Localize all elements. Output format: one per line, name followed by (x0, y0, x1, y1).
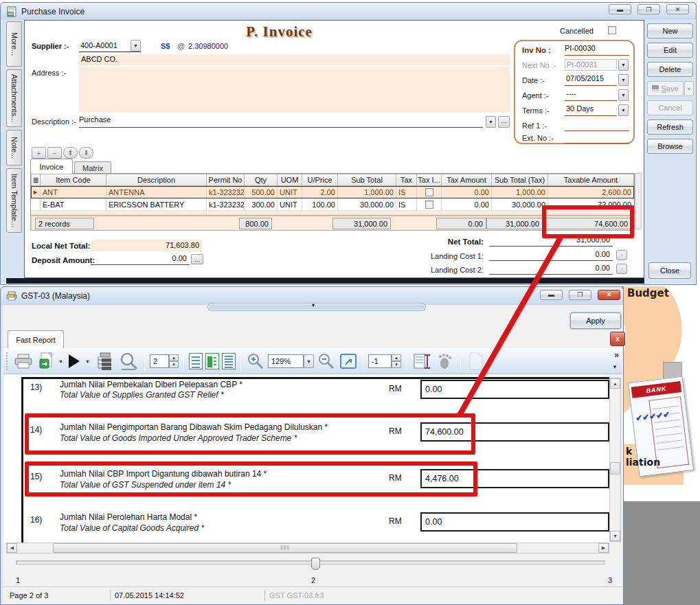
landing-cost-1-value[interactable]: 0.00 (489, 250, 613, 261)
gst-minimize-button[interactable]: ▬ (540, 290, 563, 300)
toolbar-grip[interactable] (6, 352, 9, 370)
terms-field[interactable]: 30 Days (565, 104, 617, 116)
gst-maximize-button[interactable]: ❐ (569, 290, 591, 300)
row-add-button[interactable]: + (32, 147, 46, 159)
report-viewport[interactable]: 13) Jumlah Nilai Pembekalan Diberi Pelep… (3, 374, 609, 543)
toolbar-overflow-icon[interactable]: » (614, 350, 619, 360)
horizontal-scroll-thumb[interactable]: ⦀⦀⦀ (53, 543, 517, 553)
cancelled-checkbox[interactable] (608, 26, 616, 34)
zoom-in-icon[interactable] (246, 350, 265, 372)
page-slider-thumb[interactable] (311, 558, 320, 570)
supplier-combo[interactable]: 400-A0001 ▼ (79, 39, 141, 52)
page-settings-icon[interactable] (411, 350, 432, 372)
edit-button[interactable]: Edit (647, 43, 693, 58)
close-button[interactable]: Close (648, 262, 691, 279)
deposit-more-icon[interactable]: ... (191, 254, 203, 264)
sidebar-tab-attachments[interactable]: Attachments... (6, 69, 22, 127)
scroll-left-icon[interactable]: ◀ (7, 543, 17, 553)
page-spin-down-icon[interactable]: ▼ (169, 361, 179, 368)
vertical-scroll-thumb[interactable] (610, 462, 620, 475)
invoice-maximize-button[interactable]: ❐ (637, 4, 660, 14)
tax-inclusive-checkbox[interactable] (425, 201, 433, 209)
find-icon[interactable] (117, 350, 139, 372)
ext-no-field[interactable] (565, 132, 629, 144)
sidebar-tab-more[interactable]: More... (6, 21, 22, 67)
currency-code: S$ (161, 42, 170, 50)
row-down-button[interactable]: ⬇ (79, 147, 93, 159)
new-button[interactable]: New (647, 23, 693, 38)
description-label: Description :- (32, 117, 76, 126)
supplier-name-field[interactable]: ABCD CO. (79, 54, 510, 65)
export-dropdown-icon[interactable]: ▼ (58, 359, 63, 364)
row-up-button[interactable]: ⬆ (63, 147, 78, 159)
tax-inclusive-checkbox[interactable] (425, 188, 433, 196)
invoice-titlebar[interactable]: Purchase Invoice ▬ ❐ ✕ (1, 3, 696, 20)
toolbar-overflow-down-icon[interactable]: ▼ (612, 364, 618, 370)
run-dropdown-icon[interactable]: ▼ (85, 359, 90, 364)
report-tab-close-button[interactable]: x (610, 332, 625, 346)
report-horizontal-scrollbar[interactable]: ◀ ⦀⦀⦀ ▶ (6, 543, 609, 553)
page-number-spinner[interactable]: 2 ▲▼ (150, 354, 179, 368)
continuous-view-icon[interactable] (205, 353, 219, 369)
sidebar-tab-item-template[interactable]: Item Template... (6, 168, 22, 233)
landing-cost-1-add-icon[interactable]: ＋ (616, 250, 627, 260)
page-spin-up-icon[interactable]: ▲ (169, 354, 179, 361)
tab-fast-report[interactable]: Fast Report (8, 330, 64, 348)
description-field[interactable]: Purchase (79, 115, 483, 128)
invoice-minimize-button[interactable]: ▬ (609, 4, 631, 14)
scroll-right-icon[interactable]: ▶ (598, 543, 609, 553)
grid-header-row[interactable]: ≣ Item Code Description Permit No Qty UO… (31, 174, 634, 186)
cancel-button[interactable]: Cancel (647, 100, 693, 115)
agent-field[interactable]: ---- (565, 89, 617, 101)
invoice-close-button[interactable]: ✕ (666, 4, 689, 14)
terms-dropdown-icon[interactable]: ▼ (618, 104, 629, 116)
splitter-pill[interactable]: ▾ (208, 304, 425, 310)
offset-spin-down-icon[interactable]: ▼ (392, 361, 401, 368)
offset-spinner[interactable]: -1 ▲▼ (368, 354, 401, 368)
zoom-level-combo[interactable]: 129% ▼ (268, 354, 314, 368)
full-screen-icon[interactable] (339, 350, 358, 372)
description-dropdown-icon[interactable]: ▼ (486, 116, 496, 128)
scroll-down-icon[interactable]: ▼ (610, 531, 620, 541)
footprint-icon[interactable] (435, 350, 455, 372)
description-more-icon[interactable]: ⋯ (498, 116, 510, 128)
report-vertical-scrollbar[interactable]: ▲ ▼ (609, 378, 621, 542)
browse-button[interactable]: Browse (647, 139, 693, 154)
tab-matrix[interactable]: Matrix (74, 161, 111, 174)
single-page-view-icon[interactable] (189, 353, 203, 369)
print-icon[interactable] (12, 350, 35, 372)
date-label: Date :- (522, 76, 545, 84)
grid-row-ant[interactable]: ▸ ANT ANTENNA k1-323232 500.00 UNIT 2.00… (31, 186, 634, 198)
run-report-icon[interactable] (66, 350, 82, 372)
export-icon[interactable] (38, 350, 56, 372)
save-dropdown-icon[interactable]: ▼ (684, 81, 694, 96)
tab-invoice[interactable]: Invoice (30, 159, 73, 174)
zoom-dropdown-icon[interactable]: ▼ (304, 354, 314, 368)
supplier-dropdown-icon[interactable]: ▼ (131, 40, 141, 52)
date-dropdown-icon[interactable]: ▼ (618, 74, 629, 86)
agent-dropdown-icon[interactable]: ▼ (618, 89, 629, 101)
multi-page-view-icon[interactable] (222, 353, 236, 369)
report-page-top-edge (21, 377, 609, 379)
landing-cost-2-value[interactable]: 0.00 (489, 264, 613, 275)
zoom-out-icon[interactable] (317, 350, 336, 372)
apply-button[interactable]: Apply (570, 312, 621, 329)
refresh-button[interactable]: Refresh (647, 119, 693, 135)
save-button[interactable]: Save (647, 81, 684, 96)
ref1-field[interactable] (565, 119, 629, 131)
sidebar-tab-note[interactable]: Note... (6, 130, 22, 165)
address-field[interactable] (79, 67, 510, 113)
next-no-dropdown-icon[interactable]: ▼ (618, 59, 629, 71)
scroll-up-icon[interactable]: ▲ (610, 378, 620, 389)
date-field[interactable]: 07/05/2015 (565, 74, 617, 86)
grid-scrollbar[interactable] (635, 173, 642, 229)
deposit-amount-value[interactable]: 0.00 (91, 254, 190, 265)
landing-cost-2-add-icon[interactable]: ＋ (616, 264, 627, 274)
page-slider-track[interactable] (16, 560, 605, 564)
delete-button[interactable]: Delete (647, 62, 693, 77)
report-tree-icon[interactable] (93, 350, 115, 372)
record-count: 2 records (35, 218, 94, 229)
offset-spin-up-icon[interactable]: ▲ (392, 354, 401, 361)
row-remove-button[interactable]: − (47, 147, 62, 159)
gst-close-button[interactable]: ✕ (598, 290, 620, 300)
